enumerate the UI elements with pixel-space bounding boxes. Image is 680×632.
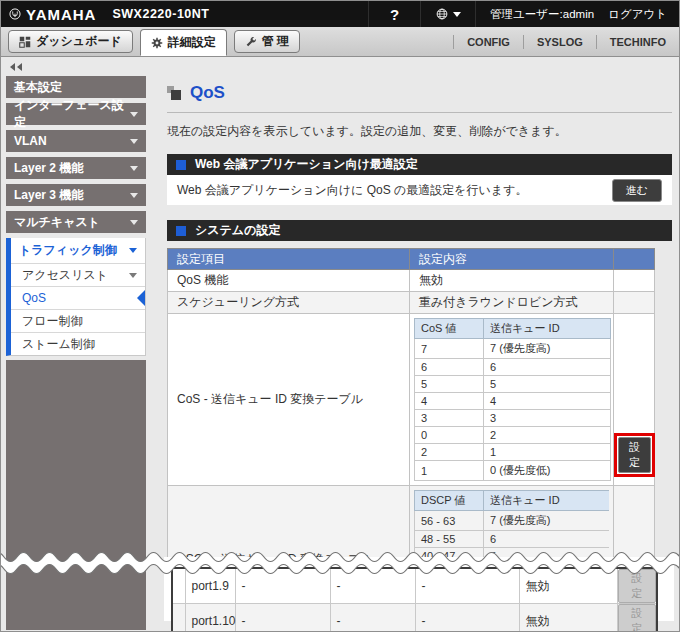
column-header-item: 設定項目 xyxy=(168,249,410,270)
cos-map-table: CoS 値 送信キュー ID 77 (優先度高) 66 55 44 33 02 … xyxy=(414,318,611,481)
page-description: 現在の設定内容を表示しています。設定の追加、変更、削除ができます。 xyxy=(167,123,672,140)
table-row: 33 xyxy=(415,410,611,427)
table-row: 44 xyxy=(415,393,611,410)
cos-settings-button[interactable]: 設定 xyxy=(618,437,651,473)
config-link[interactable]: CONFIG xyxy=(454,36,523,48)
sidebar-item-basic-settings[interactable]: 基本設定 xyxy=(6,76,146,98)
port-settings-button-disabled: 設定 xyxy=(618,569,657,603)
sidebar-item-multicast[interactable]: マルチキャスト xyxy=(6,211,146,233)
column-header-cos: CoS 値 xyxy=(415,319,484,339)
tab-dashboard[interactable]: ダッシュボード xyxy=(8,30,133,53)
brand-logo: YAMAHA xyxy=(1,6,96,23)
section-square-icon xyxy=(176,160,186,170)
language-selector[interactable] xyxy=(420,1,476,27)
sidebar-item-traffic-control[interactable]: トラフィック制御 xyxy=(11,238,145,263)
sidebar-item-label: 基本設定 xyxy=(14,79,62,96)
table-header-row: 設定項目 設定内容 xyxy=(168,249,655,270)
sidebar-item-label: Layer 3 機能 xyxy=(14,187,83,204)
queue-id: 5 xyxy=(484,376,611,393)
page-title: QoS xyxy=(167,83,672,103)
globe-icon xyxy=(436,8,448,20)
section-header-web-conference: Web 会議アプリケーション向け最適設定 xyxy=(167,154,672,175)
chevron-down-icon xyxy=(130,112,138,117)
cos-value: 2 xyxy=(415,444,484,461)
collapse-left-icon xyxy=(17,63,22,71)
sidebar-filler xyxy=(6,360,146,630)
actions-cell: 設定 xyxy=(617,604,657,632)
chevron-down-icon xyxy=(130,139,138,144)
actions-cell: 設定 xyxy=(617,568,657,604)
column-header-value: 設定内容 xyxy=(410,249,614,270)
column-header-dscp: DSCP 値 xyxy=(415,491,484,511)
port-settings-button-disabled: 設定 xyxy=(618,604,657,632)
queue-id: 0 (優先度低) xyxy=(484,461,611,481)
highlight-box: 設定 xyxy=(614,433,655,477)
table-row: 56 - 637 (優先度高) xyxy=(415,511,610,531)
selected-item-marker-icon xyxy=(137,290,145,306)
yamaha-logo-icon xyxy=(9,8,21,20)
dscp-value: 56 - 63 xyxy=(415,511,484,531)
chevron-down-icon xyxy=(130,193,138,198)
column-header-queue: 送信キュー ID xyxy=(484,319,611,339)
sidebar-item-storm-control[interactable]: ストーム制御 xyxy=(11,332,145,355)
logout-button[interactable]: ログアウト xyxy=(608,7,667,22)
wrench-icon xyxy=(245,36,257,48)
port-settings-panel: port1.9 - - - 無効 設定 port1.10 - - - 無効 設定 xyxy=(164,557,674,621)
section-square-icon xyxy=(176,226,186,236)
dscp-value: 48 - 55 xyxy=(415,531,484,548)
queue-id: 3 xyxy=(484,410,611,427)
cos-value: 5 xyxy=(415,376,484,393)
tab-management[interactable]: 管 理 xyxy=(234,30,300,53)
column-header-actions xyxy=(614,249,655,270)
table-header-row: DSCP 値 送信キュー ID xyxy=(415,491,610,511)
port-value: - xyxy=(330,568,415,604)
section-title: Web 会議アプリケーション向け最適設定 xyxy=(195,156,418,173)
sidebar-collapse-button[interactable] xyxy=(10,63,161,71)
cos-value: 1 xyxy=(415,461,484,481)
setting-label: スケジューリング方式 xyxy=(168,292,410,314)
tab-bar: ダッシュボード 詳細設定 管 理 CONFIG SYSLOG xyxy=(1,27,679,57)
sidebar-item-layer3[interactable]: Layer 3 機能 xyxy=(6,184,146,206)
sidebar-item-qos[interactable]: QoS xyxy=(11,286,145,309)
sidebar-item-label: Layer 2 機能 xyxy=(14,160,83,177)
tab-detailed-settings[interactable]: 詳細設定 xyxy=(140,29,227,56)
chevron-down-icon xyxy=(129,273,137,278)
queue-id: 6 xyxy=(484,531,610,548)
top-bar: YAMAHA SWX2220-10NT ? 管理ユーザー:admin ログアウト xyxy=(1,1,679,27)
sidebar-item-layer2[interactable]: Layer 2 機能 xyxy=(6,157,146,179)
actions-cell: 設定 xyxy=(614,314,655,486)
table-row: 02 xyxy=(415,427,611,444)
sidebar-item-flow-control[interactable]: フロー制御 xyxy=(11,309,145,332)
sidebar: 基本設定 インターフェース設定 VLAN Layer 2 機能 Layer 3 … xyxy=(1,57,161,632)
sidebar-item-label: フロー制御 xyxy=(22,313,83,330)
port-value: - xyxy=(330,604,415,632)
web-conference-text: Web 会議アプリケーション向けに QoS の最適設定を行います。 xyxy=(177,182,527,199)
port-settings-table: port1.9 - - - 無効 設定 port1.10 - - - 無効 設定 xyxy=(171,567,658,632)
gear-icon xyxy=(151,37,163,49)
proceed-button[interactable]: 進む xyxy=(612,179,662,202)
device-model: SWX2220-10NT xyxy=(112,7,209,21)
sidebar-item-access-list[interactable]: アクセスリスト xyxy=(11,263,145,286)
table-row-port: port1.10 - - - 無効 設定 xyxy=(172,604,657,632)
table-row: 66 xyxy=(415,359,611,376)
collapse-left-icon xyxy=(10,63,15,71)
queue-id: 2 xyxy=(484,427,611,444)
sidebar-group-traffic-control: トラフィック制御 アクセスリスト QoS フロー制御 xyxy=(6,238,146,356)
page-title-text: QoS xyxy=(190,83,225,103)
main-content: QoS 現在の設定内容を表示しています。設定の追加、変更、削除ができます。 We… xyxy=(161,57,679,632)
queue-id: 7 (優先度高) xyxy=(484,339,611,359)
setting-label: QoS 機能 xyxy=(168,270,410,292)
table-row: 48 - 556 xyxy=(415,531,610,548)
syslog-link[interactable]: SYSLOG xyxy=(524,36,596,48)
page-title-icon xyxy=(167,86,181,100)
port-value: - xyxy=(415,568,519,604)
cos-value: 7 xyxy=(415,339,484,359)
divider xyxy=(167,112,672,113)
help-button[interactable]: ? xyxy=(368,1,420,27)
sidebar-item-label: マルチキャスト xyxy=(14,214,100,231)
sidebar-item-vlan[interactable]: VLAN xyxy=(6,130,146,152)
setting-value: 重み付きラウンドロビン方式 xyxy=(410,292,614,314)
sidebar-item-interface-settings[interactable]: インターフェース設定 xyxy=(6,103,146,125)
techinfo-link[interactable]: TECHINFO xyxy=(597,36,679,48)
table-row-qos-function: QoS 機能 無効 xyxy=(168,270,655,292)
